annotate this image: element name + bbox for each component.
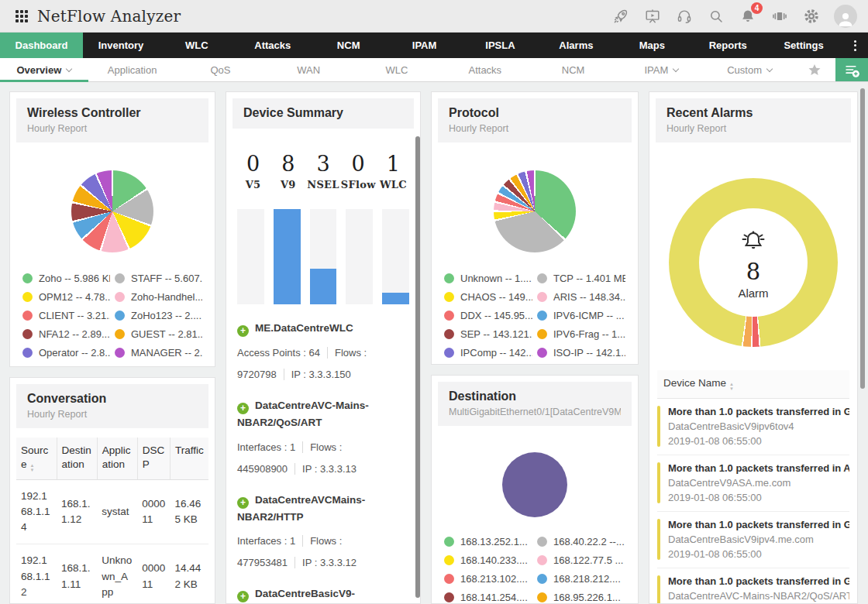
legend-item[interactable]: 168.95.226.1... <box>537 592 625 603</box>
legend-item[interactable]: ARIS -- 148.34... <box>537 291 625 303</box>
device-summary-card: Device Summary 0V5 8V9 3NSEL 0SFlow 1WLC <box>226 91 421 604</box>
alarms-scrollbar[interactable] <box>860 88 865 389</box>
wireless-pie-chart[interactable] <box>71 170 153 252</box>
legend-item[interactable]: 168.122.77.5 ... <box>537 554 625 566</box>
dashboard-content: Wireless Controller Hourly Report Zoho -… <box>0 82 868 604</box>
legend-item[interactable]: 168.141.254.... <box>444 592 532 603</box>
legend-item[interactable]: 168.218.212.... <box>537 573 625 585</box>
list-item[interactable]: More than 1.0 packets transferred in Gig… <box>657 399 849 455</box>
bar-wlc[interactable] <box>382 209 409 304</box>
stat-wlc: 1WLC <box>376 152 411 190</box>
legend-item[interactable]: Zoho-Handhel... <box>115 291 202 303</box>
bell-icon[interactable]: 4 <box>739 7 757 26</box>
device-link[interactable]: ME.DataCentreWLC <box>237 320 409 337</box>
list-item[interactable]: More than 1.0 packets transferred in ASA… <box>657 455 849 512</box>
legend-dot <box>444 311 454 321</box>
column-header-application[interactable]: Application <box>97 438 137 479</box>
nav-item-ipsla[interactable]: IPSLA <box>463 33 539 58</box>
alarm-list-header[interactable]: Device Name▲▼ <box>657 370 849 399</box>
add-dashboard-button[interactable] <box>835 58 868 81</box>
user-avatar[interactable] <box>834 5 857 28</box>
alarm-donut-chart[interactable]: 8 Alarm <box>669 178 838 347</box>
legend-item[interactable]: IPV6-Frag -- 1... <box>537 328 625 340</box>
legend-item[interactable]: 168.140.233.... <box>444 554 532 566</box>
device-summary-scrollbar[interactable] <box>415 136 420 598</box>
legend-item[interactable]: IPComp -- 142.... <box>444 347 532 359</box>
subnav-tab-custom[interactable]: Custom <box>705 58 794 81</box>
legend-item[interactable]: 168.40.22.2 --... <box>537 536 625 547</box>
nav-item-settings[interactable]: Settings <box>766 33 842 58</box>
nav-item-ncm[interactable]: NCM <box>311 33 387 58</box>
legend-item[interactable]: GUEST -- 2.81... <box>115 328 202 340</box>
nav-item-ipam[interactable]: IPAM <box>387 33 463 58</box>
legend-dot <box>537 574 547 584</box>
subnav-tab-attacks[interactable]: Attacks <box>441 58 529 81</box>
subnav-tab-overview[interactable]: Overview <box>0 58 88 81</box>
list-item[interactable]: More than 1.0 packets transferred in Gig… <box>657 512 849 568</box>
nav-item-attacks[interactable]: Attacks <box>235 33 311 58</box>
subnav-tab-wlc[interactable]: WLC <box>353 58 441 81</box>
legend-item[interactable]: DDX -- 145.95... <box>444 310 532 321</box>
legend-item[interactable]: NFA12 -- 2.89... <box>22 328 110 340</box>
list-item[interactable]: More than 1.0 packets transferred in Gig… <box>657 568 849 603</box>
table-row[interactable]: 192.168.1.14168.1.1.12systat00001116.465… <box>16 479 208 544</box>
presentation-icon[interactable] <box>643 7 662 26</box>
legend-item[interactable]: 168.213.102.... <box>444 573 532 585</box>
card-subtitle: Hourly Report <box>449 123 621 134</box>
legend-item[interactable]: CLIENT -- 3.21... <box>22 310 110 321</box>
legend-item[interactable]: IPV6-ICMP -- ... <box>537 310 625 321</box>
legend-item[interactable]: MANAGER -- 2... <box>115 347 202 359</box>
bar-nsel[interactable] <box>310 209 337 304</box>
subnav-tab-wan[interactable]: WAN <box>264 58 353 81</box>
table-row[interactable]: 192.168.1.12168.1.1.11Unknown_App0000111… <box>16 544 208 604</box>
legend-dot <box>22 311 33 321</box>
legend-item[interactable]: Operator -- 2.8... <box>22 347 110 359</box>
conversation-table: Source▲▼ Destination Application DSCP Tr… <box>16 438 208 604</box>
nav-item-maps[interactable]: Maps <box>614 33 690 58</box>
legend-item[interactable]: 168.13.252.1... <box>444 536 532 547</box>
legend-dot <box>22 273 33 283</box>
device-link[interactable]: DataCentreAVC-Mains-NBAR2/QoS/ART <box>237 397 409 431</box>
subnav-tab-ipam[interactable]: IPAM <box>617 58 705 81</box>
wireless-controller-card: Wireless Controller Hourly Report Zoho -… <box>9 91 215 367</box>
nav-item-dashboard[interactable]: Dashboard <box>0 33 83 58</box>
gear-icon[interactable] <box>802 7 821 26</box>
legend-item[interactable]: CHAOS -- 149.... <box>444 291 532 303</box>
legend-item[interactable]: ISO-IP -- 142.1... <box>537 347 625 359</box>
column-header-dscp[interactable]: DSCP <box>137 438 170 479</box>
nav-item-inventory[interactable]: Inventory <box>83 33 159 58</box>
legend-item[interactable]: Zoho -- 5.986 KB <box>22 273 110 284</box>
legend-item[interactable]: OPM12 -- 4.78... <box>22 291 110 303</box>
phone-vibrate-icon[interactable] <box>770 7 789 26</box>
legend-item[interactable]: SEP -- 143.121... <box>444 328 532 340</box>
subnav-tab-ncm[interactable]: NCM <box>529 58 618 81</box>
headset-icon[interactable] <box>675 7 694 26</box>
nav-item-wlc[interactable]: WLC <box>159 33 235 58</box>
legend-item[interactable]: STAFF -- 5.607... <box>115 273 202 284</box>
device-bar-chart <box>237 209 409 304</box>
bar-v9[interactable] <box>274 209 301 304</box>
bar-sflow[interactable] <box>346 209 373 304</box>
bar-v5[interactable] <box>237 209 264 304</box>
device-link[interactable]: DataCentreAVCMains-NBAR2/HTTP <box>237 492 409 526</box>
subnav-tab-qos[interactable]: QoS <box>177 58 265 81</box>
column-header-traffic[interactable]: Traffic <box>170 438 208 479</box>
device-link[interactable]: DataCentreBasicV9-NBAR/CBQoS <box>237 585 409 603</box>
nav-item-alarms[interactable]: Alarms <box>538 33 614 58</box>
subnav-tab-application[interactable]: Application <box>88 58 177 81</box>
legend-item[interactable]: Unknown -- 1.... <box>444 273 532 284</box>
column-header-destination[interactable]: Destination <box>57 438 97 479</box>
legend-item[interactable]: TCP -- 1.401 MB <box>537 273 625 284</box>
nav-item-reports[interactable]: Reports <box>690 33 766 58</box>
search-icon[interactable] <box>707 7 725 26</box>
destination-pie-chart[interactable] <box>502 452 567 517</box>
legend-item[interactable]: ZoHo123 -- 2.... <box>115 310 202 321</box>
column-header-source[interactable]: Source▲▼ <box>16 438 57 479</box>
nav-overflow-menu-icon[interactable] <box>842 33 868 58</box>
favorite-star-icon[interactable] <box>794 58 835 81</box>
list-item: DataCentreAVC-Mains-NBAR2/QoS/ART Interf… <box>237 397 409 480</box>
apps-grid-icon[interactable] <box>16 10 28 22</box>
protocol-pie-chart[interactable] <box>494 170 576 252</box>
rocket-icon[interactable] <box>611 7 630 26</box>
legend-dot <box>444 574 454 584</box>
